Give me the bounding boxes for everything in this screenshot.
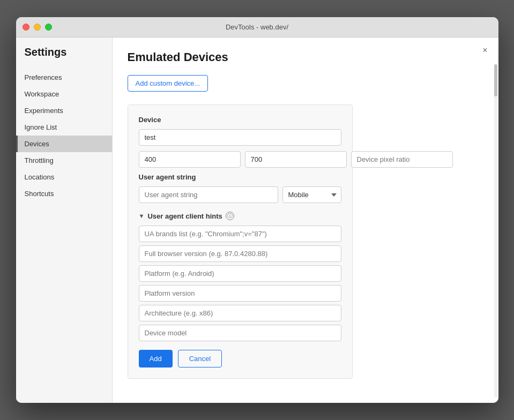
scrollbar-track [494, 64, 497, 398]
add-custom-device-button[interactable]: Add custom device... [128, 75, 208, 92]
sidebar-item-experiments[interactable]: Experiments [16, 102, 112, 119]
chevron-down-icon: ▼ [139, 213, 145, 219]
sidebar-item-shortcuts[interactable]: Shortcuts [16, 185, 112, 202]
full-browser-version-input[interactable] [139, 245, 341, 262]
sidebar-item-label: Locations [25, 173, 55, 181]
maximize-traffic-light[interactable] [45, 24, 52, 31]
traffic-lights [23, 24, 52, 31]
device-section-label: Device [139, 116, 341, 124]
titlebar: DevTools - web.dev/ [16, 17, 498, 38]
add-button[interactable]: Add [139, 350, 173, 368]
action-buttons: Add Cancel [139, 350, 341, 368]
user-agent-section-label: User agent string [139, 173, 341, 181]
user-agent-row: Mobile Desktop None [139, 186, 341, 203]
height-input[interactable] [245, 151, 347, 168]
device-form: Device User agent string Mobile Desktop … [128, 104, 353, 379]
close-button[interactable]: × [482, 46, 487, 55]
architecture-input[interactable] [139, 305, 341, 321]
window-body: Settings Preferences Workspace Experimen… [16, 38, 498, 403]
dimensions-row [139, 151, 341, 168]
sidebar-item-label: Devices [25, 140, 49, 148]
info-icon[interactable]: ⓘ [226, 212, 234, 220]
sidebar: Settings Preferences Workspace Experimen… [16, 38, 113, 403]
sidebar-item-devices[interactable]: Devices [16, 136, 112, 152]
sidebar-item-label: Workspace [25, 90, 59, 98]
sidebar-item-label: Ignore List [25, 123, 57, 131]
sidebar-item-ignore-list[interactable]: Ignore List [16, 119, 112, 136]
sidebar-item-throttling[interactable]: Throttling [16, 152, 112, 169]
cancel-button[interactable]: Cancel [178, 350, 222, 368]
sidebar-item-label: Experiments [25, 107, 63, 115]
width-input[interactable] [139, 151, 241, 168]
device-model-input[interactable] [139, 325, 341, 341]
client-hints-label: User agent client hints [147, 212, 222, 220]
ua-brands-input[interactable] [139, 226, 341, 242]
user-agent-input[interactable] [139, 186, 278, 203]
user-agent-type-select[interactable]: Mobile Desktop None [282, 186, 341, 203]
sidebar-item-workspace[interactable]: Workspace [16, 86, 112, 102]
main-content: × Emulated Devices Add custom device... … [113, 38, 498, 403]
sidebar-heading: Settings [16, 46, 112, 69]
devtools-window: DevTools - web.dev/ Settings Preferences… [16, 17, 498, 403]
window-title: DevTools - web.dev/ [226, 23, 288, 31]
hints-inputs [139, 226, 341, 341]
sidebar-item-preferences[interactable]: Preferences [16, 69, 112, 86]
close-traffic-light[interactable] [23, 24, 29, 31]
minimize-traffic-light[interactable] [34, 24, 41, 31]
scrollbar-thumb[interactable] [494, 64, 497, 96]
sidebar-item-label: Shortcuts [25, 190, 54, 198]
sidebar-item-label: Preferences [25, 73, 62, 81]
sidebar-item-locations[interactable]: Locations [16, 169, 112, 185]
platform-input[interactable] [139, 265, 341, 282]
pixel-ratio-input[interactable] [351, 151, 453, 168]
sidebar-item-label: Throttling [25, 156, 54, 164]
device-name-input[interactable] [139, 129, 341, 146]
client-hints-header[interactable]: ▼ User agent client hints ⓘ [139, 212, 341, 220]
platform-version-input[interactable] [139, 285, 341, 302]
page-title: Emulated Devices [128, 50, 483, 64]
